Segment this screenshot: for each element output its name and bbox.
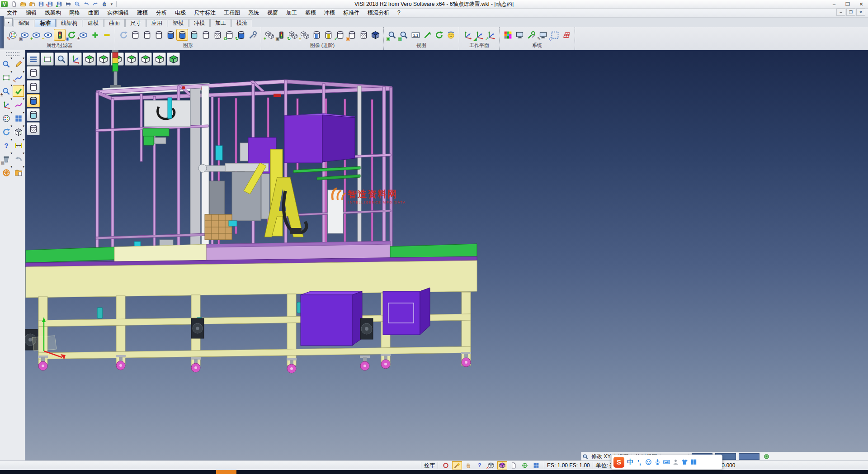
- menu-item[interactable]: 冲模: [320, 9, 339, 17]
- tab-dropdown-button[interactable]: ▼: [5, 18, 13, 26]
- taskbar-highlighted-app[interactable]: [216, 469, 236, 474]
- window-maximize-button[interactable]: ❐: [841, 0, 854, 8]
- import-file-icon[interactable]: [13, 167, 24, 178]
- view-right-icon[interactable]: [125, 52, 138, 66]
- preview-icon[interactable]: [73, 0, 81, 8]
- selection-options-icon[interactable]: ◇: [549, 29, 561, 41]
- sketch-erase-icon[interactable]: [13, 58, 24, 70]
- shaded-mode-icon[interactable]: [165, 29, 176, 41]
- shading-shaded-icon[interactable]: [27, 94, 40, 107]
- zoom-window-icon[interactable]: [55, 52, 68, 66]
- ime-toolbox-icon[interactable]: [689, 457, 698, 468]
- hide-solid-icon[interactable]: ✕: [486, 461, 496, 469]
- windows-icon[interactable]: [531, 461, 541, 469]
- view-bottom-icon[interactable]: [97, 52, 110, 66]
- striped-cylinder-alt-icon[interactable]: [322, 29, 334, 41]
- grid-settings-icon[interactable]: [561, 29, 572, 41]
- mdi-minimize-button[interactable]: –: [836, 9, 845, 16]
- tab-application[interactable]: 应用: [146, 19, 167, 27]
- pick-hand-icon[interactable]: [463, 461, 473, 469]
- view-top-icon[interactable]: [83, 52, 96, 66]
- hidden-line-mode-icon[interactable]: [141, 29, 153, 41]
- quick-access-more-button[interactable]: ▼: [108, 2, 115, 6]
- attributes-layers-icon[interactable]: [0, 113, 12, 124]
- menu-item[interactable]: 塑模: [301, 9, 320, 17]
- tab-flow[interactable]: 模流: [231, 19, 252, 27]
- zoom-model-icon[interactable]: ▣: [386, 29, 398, 41]
- menu-item[interactable]: 视窗: [263, 9, 282, 17]
- render-face-icon[interactable]: [445, 29, 457, 41]
- mdi-restore-button[interactable]: ❐: [846, 9, 855, 16]
- save-as-icon[interactable]: ✎: [46, 0, 54, 8]
- toolbar-grip[interactable]: [6, 52, 19, 56]
- undo-history-icon[interactable]: [13, 153, 24, 165]
- advanced-toggle-icon[interactable]: ±: [299, 29, 311, 41]
- regen-icon[interactable]: [0, 126, 12, 137]
- ime-sogou-logo[interactable]: S: [613, 457, 624, 468]
- menu-item[interactable]: 电极: [171, 9, 190, 17]
- menu-item[interactable]: 分析: [152, 9, 171, 17]
- view-left-icon[interactable]: [111, 52, 124, 66]
- graphics-refresh-icon[interactable]: [118, 29, 129, 41]
- menu-item[interactable]: 文件: [3, 9, 22, 17]
- viewport-menu-icon[interactable]: [27, 52, 40, 66]
- menu-item[interactable]: 加工: [282, 9, 301, 17]
- axis-orientation-icon[interactable]: [69, 52, 82, 66]
- ime-skin-icon[interactable]: [680, 457, 689, 468]
- outline-mode-icon[interactable]: [200, 29, 212, 41]
- workplane-align-icon[interactable]: ↗: [485, 29, 497, 41]
- open-file-icon[interactable]: [19, 0, 27, 8]
- solids-icon[interactable]: [13, 126, 24, 137]
- tab-die[interactable]: 冲模: [189, 19, 210, 27]
- panel-handle[interactable]: [0, 16, 4, 48]
- sketch-spline-icon[interactable]: ✎: [13, 72, 24, 83]
- view-arrow-icon[interactable]: [421, 29, 433, 41]
- export-solid-icon[interactable]: ▣: [346, 29, 358, 41]
- layer-bar-3[interactable]: [739, 453, 760, 460]
- tab-mold[interactable]: 塑模: [168, 19, 189, 27]
- menu-item[interactable]: 尺寸标注: [190, 9, 220, 17]
- viewport[interactable]: 智造资料网 INTELLIGENCE MFG DATA: [25, 50, 868, 462]
- translucent-mode-icon[interactable]: [188, 29, 200, 41]
- shaded-edges-mode-icon[interactable]: [176, 29, 188, 41]
- highlight-wand-icon[interactable]: [452, 461, 462, 469]
- shading-hatched-icon[interactable]: [27, 122, 40, 135]
- redo-icon[interactable]: [91, 0, 99, 8]
- print-icon[interactable]: [64, 0, 72, 8]
- shading-translucent-icon[interactable]: [27, 108, 40, 121]
- workplane-axis-icon[interactable]: [462, 29, 473, 41]
- table-config-icon[interactable]: ✎: [537, 29, 549, 41]
- save-all-icon[interactable]: ▲: [55, 0, 63, 8]
- menu-item[interactable]: 线架构: [41, 9, 65, 17]
- tab-machining[interactable]: 加工: [210, 19, 231, 27]
- recycle-graphics-icon[interactable]: ♻: [223, 29, 235, 41]
- menu-item[interactable]: 工程图: [220, 9, 244, 17]
- plane-bounds-icon[interactable]: [0, 72, 12, 83]
- ime-emoji-icon[interactable]: [644, 457, 653, 468]
- menu-item[interactable]: 实体编辑: [103, 9, 133, 17]
- striped-cylinder-icon[interactable]: [311, 29, 322, 41]
- filter-show-icon[interactable]: +: [30, 29, 42, 41]
- show-all-icon[interactable]: [89, 29, 101, 41]
- advanced-traffic-icon[interactable]: ▣: [275, 29, 287, 41]
- save-icon[interactable]: [37, 0, 45, 8]
- workplane-create-icon[interactable]: ◢: [473, 29, 485, 41]
- filter-hide-icon[interactable]: −: [42, 29, 54, 41]
- online-globe-icon[interactable]: [762, 453, 771, 460]
- measure-icon[interactable]: [13, 140, 24, 151]
- zoom-1-1-icon[interactable]: [410, 29, 421, 41]
- hatched-mode-icon[interactable]: [212, 29, 223, 41]
- confirm-selection-icon[interactable]: [13, 85, 24, 97]
- verify-solid-icon[interactable]: ✔: [334, 29, 346, 41]
- ime-keyboard-icon[interactable]: [662, 457, 671, 468]
- graphics-settings-icon[interactable]: [247, 29, 259, 41]
- ucs-axis-icon[interactable]: [0, 99, 12, 110]
- view-front-icon[interactable]: [139, 52, 152, 66]
- ime-punct-mode[interactable]: ’,: [635, 457, 644, 468]
- ime-mode-chinese[interactable]: 中: [626, 457, 635, 468]
- tab-standard[interactable]: 标准: [35, 19, 56, 27]
- context-help-icon[interactable]: [475, 461, 485, 469]
- view-zoom-icon[interactable]: [581, 453, 590, 460]
- menu-item[interactable]: 建模: [133, 9, 152, 17]
- curve-edit-icon[interactable]: [13, 99, 24, 110]
